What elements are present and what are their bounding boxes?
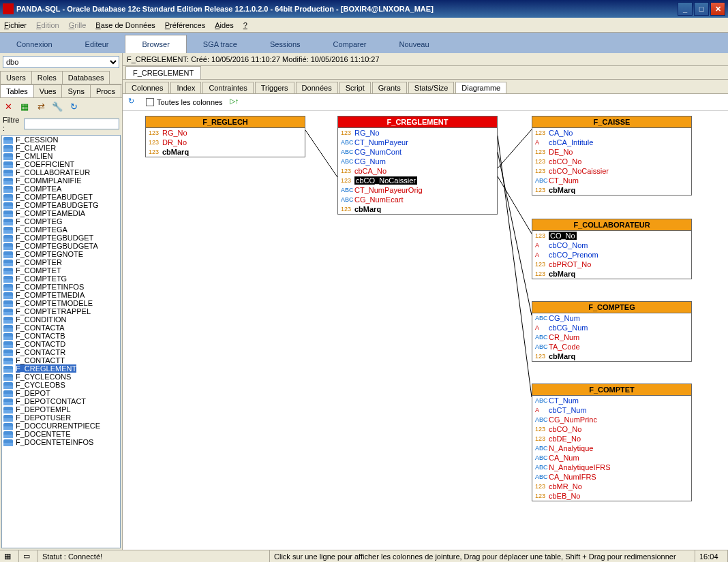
sidetabs1-roles[interactable]: Roles — [31, 71, 63, 84]
grid-icon[interactable]: ▦ — [19, 101, 30, 112]
diagram-table-f_collaborateur[interactable]: F_COLLABORATEUR123CO_NoAcbCO_NomAcbCO_Pr… — [532, 219, 692, 279]
column-row[interactable]: ABCCT_Num — [532, 396, 691, 405]
column-row[interactable]: 123DE_No — [532, 147, 691, 157]
maintab-sga trace[interactable]: SGA trace — [187, 35, 254, 53]
diagram-table-f_reglech[interactable]: F_REGLECH123RG_No123DR_No123cbMarq — [145, 116, 305, 157]
column-row[interactable]: 123cbMarq — [338, 204, 497, 214]
column-row[interactable]: ABCCA_Num — [532, 453, 691, 463]
column-row[interactable]: 123RG_No — [146, 128, 305, 138]
column-row[interactable]: AcbCT_Num — [532, 405, 691, 415]
column-row[interactable]: ABCCG_NumEcart — [338, 195, 497, 204]
maintab-editeur[interactable]: Editeur — [69, 35, 125, 53]
sidetabs1-databases[interactable]: Databases — [62, 71, 110, 84]
maintab-comparer[interactable]: Comparer — [317, 35, 383, 53]
column-row[interactable]: ABCCG_NumCont — [338, 147, 497, 157]
column-row[interactable]: ABCCG_Num — [338, 157, 497, 166]
column-row[interactable]: ABCCT_NumPayeurOrig — [338, 185, 497, 195]
subtab-script[interactable]: Script — [339, 82, 371, 93]
subtab-colonnes[interactable]: Colonnes — [125, 82, 169, 93]
column-row[interactable]: ABCN_AnalytiqueIFRS — [532, 463, 691, 472]
maintab-connexion[interactable]: Connexion — [0, 35, 69, 53]
tree-item[interactable]: F_COMPTEG — [2, 217, 120, 225]
column-row[interactable]: 123cbCO_No — [532, 157, 691, 166]
diagram-canvas[interactable]: F_REGLECH123RG_No123DR_No123cbMarqF_CREG… — [123, 111, 728, 550]
tree-item[interactable]: F_COMPTETG — [2, 275, 120, 283]
column-row[interactable]: 123cbCO_No — [532, 424, 691, 434]
column-row[interactable]: AcbCG_Num — [532, 323, 691, 332]
column-row[interactable]: 123cbMarq — [532, 185, 691, 195]
tree-item[interactable]: F_CREGLEMENT — [2, 364, 120, 373]
tool-icon[interactable]: 🔧 — [52, 101, 63, 112]
all-columns-checkbox[interactable] — [146, 98, 154, 106]
maximize-button[interactable]: □ — [694, 2, 709, 16]
maintab-nouveau[interactable]: Nouveau — [382, 35, 445, 53]
tree-item[interactable]: F_COMPTEGA — [2, 225, 120, 234]
column-row[interactable]: ABCCT_NumPayeur — [338, 138, 497, 147]
tree-item[interactable]: F_CYCLECONS — [2, 373, 120, 381]
tree-item[interactable]: F_COLLABORATEUR — [2, 168, 120, 176]
tree-item[interactable]: F_DEPOTUSER — [2, 413, 120, 422]
column-row[interactable]: 123cbCO_NoCaissier — [338, 176, 497, 185]
maintab-browser[interactable]: Browser — [125, 35, 186, 53]
tree-item[interactable]: F_COMPTEGBUDGETA — [2, 242, 120, 250]
sidetabs2-vues[interactable]: Vues — [33, 84, 63, 97]
tree-item[interactable]: F_COMPTEABUDGETG — [2, 201, 120, 209]
object-tab[interactable]: F_CREGLEMENT — [125, 66, 201, 79]
column-row[interactable]: 123RG_No — [338, 128, 497, 138]
tree-item[interactable]: F_COMPTETMODELE — [2, 299, 120, 307]
minimize-button[interactable]: _ — [678, 2, 693, 16]
tree-item[interactable]: F_CONTACTD — [2, 340, 120, 348]
tree-item[interactable]: F_CMLIEN — [2, 152, 120, 160]
column-row[interactable]: 123cbPROT_No — [532, 260, 691, 269]
tree-item[interactable]: F_CONDITION — [2, 315, 120, 324]
tree-item[interactable]: F_COMPTETMEDIA — [2, 291, 120, 299]
subtab-contraintes[interactable]: Contraintes — [202, 82, 253, 93]
menu-aides[interactable]: Aides — [215, 21, 234, 29]
column-row[interactable]: ABCCA_NumIFRS — [532, 472, 691, 482]
object-tree[interactable]: F_CESSIONF_CLAVIERF_CMLIENF_COEFFICIENTF… — [1, 135, 121, 548]
menu-grille[interactable]: Grille — [69, 21, 87, 29]
column-row[interactable]: ABCCG_Num — [532, 313, 691, 323]
tree-item[interactable]: F_COEFFICIENT — [2, 160, 120, 168]
column-row[interactable]: AcbCO_Nom — [532, 240, 691, 250]
tree-item[interactable]: F_COMPTEAMEDIA — [2, 209, 120, 217]
tree-item[interactable]: F_COMPTER — [2, 258, 120, 266]
tree-item[interactable]: F_DOCENTETEINFOS — [2, 438, 120, 446]
tree-item[interactable]: F_DOCCURRENTPIECE — [2, 422, 120, 430]
menu-base de données[interactable]: Base de Données — [95, 21, 155, 29]
tree-item[interactable]: F_CLAVIER — [2, 144, 120, 152]
column-row[interactable]: 123CO_No — [532, 231, 691, 240]
diagram-table-f_caisse[interactable]: F_CAISSE123CA_NoAcbCA_Intitule123DE_No12… — [532, 116, 692, 196]
column-row[interactable]: 123cbEB_No — [532, 491, 691, 501]
menu-préférences[interactable]: Préférences — [165, 21, 205, 29]
subtab-diagramme[interactable]: Diagramme — [455, 82, 506, 93]
menu-fichier[interactable]: Fichier — [4, 21, 27, 29]
column-row[interactable]: 123cbCA_No — [338, 166, 497, 176]
diagram-table-f_compteg[interactable]: F_COMPTEGABCCG_NumAcbCG_NumABCCR_NumABCT… — [532, 301, 692, 362]
column-row[interactable]: AcbCO_Prenom — [532, 250, 691, 260]
tree-item[interactable]: F_COMPTET — [2, 266, 120, 275]
diagram-table-f_creglement[interactable]: F_CREGLEMENT123RG_NoABCCT_NumPayeurABCCG… — [337, 116, 498, 215]
tree-item[interactable]: F_CONTACTT — [2, 356, 120, 364]
close-button[interactable]: ✕ — [710, 2, 725, 16]
tree-item[interactable]: F_COMPTEGBUDGET — [2, 234, 120, 242]
tree-item[interactable]: F_CYCLEOBS — [2, 381, 120, 389]
sort-icon[interactable]: ▷↑ — [230, 97, 241, 108]
sidetabs2-procs[interactable]: Procs — [90, 84, 121, 97]
refresh-diagram-icon[interactable]: ↻ — [128, 97, 139, 108]
diagram-table-f_comptet[interactable]: F_COMPTETABCCT_NumAcbCT_NumABCCG_NumPrin… — [532, 384, 692, 501]
column-row[interactable]: ABCCG_NumPrinc — [532, 415, 691, 424]
subtab-stats/size[interactable]: Stats/Size — [408, 82, 455, 93]
refresh-icon[interactable]: ↻ — [68, 101, 79, 112]
tree-item[interactable]: F_DOCENTETE — [2, 430, 120, 438]
sidetabs2-syns[interactable]: Syns — [61, 84, 90, 97]
tree-item[interactable]: F_COMPTEABUDGET — [2, 193, 120, 201]
column-row[interactable]: ABCCR_Num — [532, 332, 691, 342]
link-icon[interactable]: ⇄ — [35, 101, 46, 112]
subtab-données[interactable]: Données — [296, 82, 338, 93]
tree-item[interactable]: F_COMPTETRAPPEL — [2, 307, 120, 315]
delete-icon[interactable]: ✕ — [3, 101, 14, 112]
tree-item[interactable]: F_DEPOTEMPL — [2, 405, 120, 413]
tree-item[interactable]: F_DEPOT — [2, 389, 120, 397]
column-row[interactable]: 123cbMarq — [532, 269, 691, 279]
